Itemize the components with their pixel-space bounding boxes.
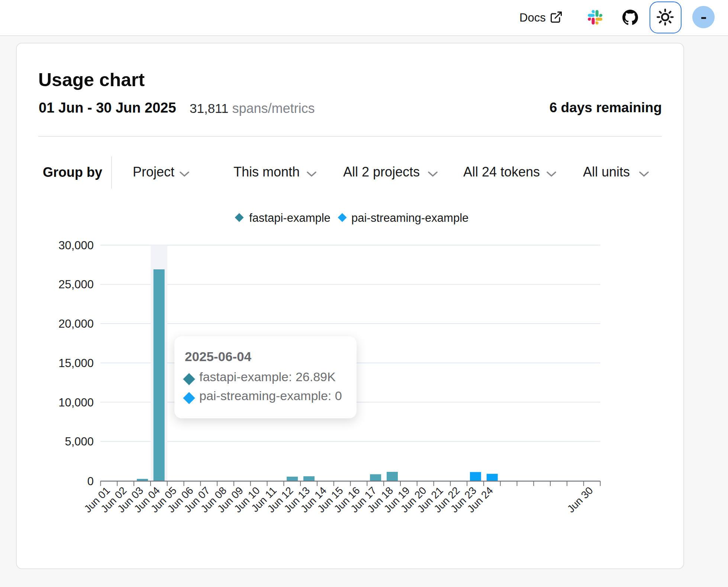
svg-text:10,000: 10,000 [58, 396, 94, 409]
svg-text:0: 0 [87, 475, 94, 488]
svg-text:5,000: 5,000 [65, 435, 94, 448]
svg-text:25,000: 25,000 [58, 278, 94, 291]
svg-text:30,000: 30,000 [58, 239, 94, 252]
svg-text:15,000: 15,000 [58, 357, 94, 370]
svg-text:20,000: 20,000 [58, 317, 94, 330]
svg-text:Jun 30: Jun 30 [565, 484, 595, 515]
